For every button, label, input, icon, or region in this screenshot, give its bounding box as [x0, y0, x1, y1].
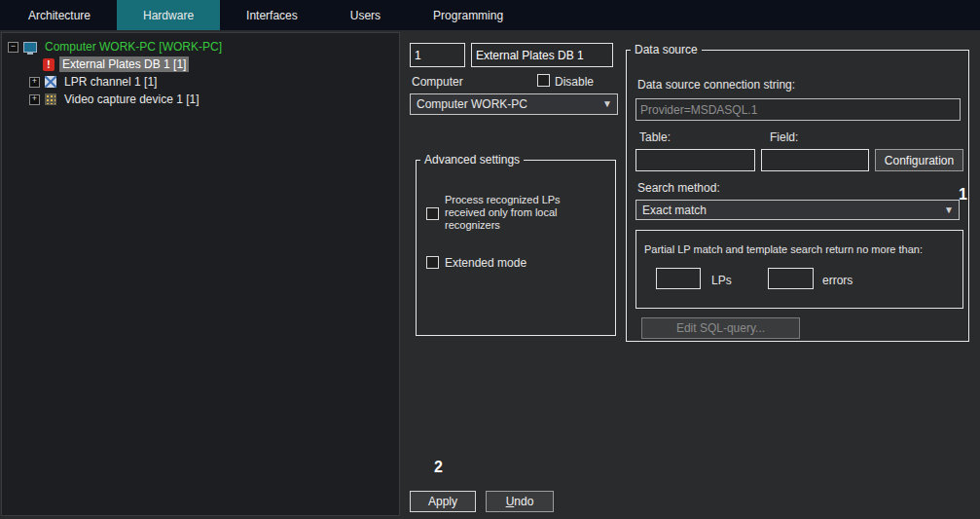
table-label: Table: [639, 130, 671, 144]
field-field[interactable] [761, 149, 869, 171]
tab-architecture[interactable]: Architecture [2, 0, 117, 30]
errors-label: errors [822, 274, 853, 287]
tree-item-video-capture[interactable]: + Video capture device 1 [1] [2, 91, 399, 108]
app-window: Architecture Hardware Interfaces Users P… [0, 0, 980, 519]
expand-toggle-icon[interactable]: + [29, 94, 40, 105]
connection-string-label: Data source connection string: [637, 78, 795, 92]
computer-icon [23, 42, 37, 53]
disable-label: Disable [555, 75, 594, 89]
expand-toggle-icon[interactable]: + [29, 77, 40, 88]
extended-mode-label: Extended mode [445, 256, 526, 270]
object-id-field[interactable] [410, 43, 465, 67]
apply-button[interactable]: Apply [410, 491, 476, 512]
data-source-group: Data source Data source connection strin… [626, 43, 969, 342]
collapse-toggle-icon[interactable]: − [8, 42, 18, 53]
limits-label: Partial LP match and template search ret… [644, 243, 923, 256]
tab-programming[interactable]: Programming [407, 0, 529, 30]
tree-item-label: Video capture device 1 [1] [61, 92, 202, 107]
field-label: Field: [770, 130, 798, 144]
tree-item-external-plates-db[interactable]: External Plates DB 1 [1] [2, 56, 399, 73]
lps-limit-field[interactable] [656, 268, 701, 289]
advanced-settings-title: Advanced settings [420, 153, 524, 167]
callout-step-2: 2 [434, 459, 443, 476]
undo-button-label: Undo [506, 495, 534, 508]
computer-select[interactable]: Computer WORK-PC ▼ [410, 93, 618, 115]
limits-box: Partial LP match and template search ret… [635, 230, 963, 309]
search-method-select[interactable]: Exact match ▼ [635, 200, 960, 220]
device-tree: − Computer WORK-PC [WORK-PC] External Pl… [1, 32, 400, 516]
chevron-down-icon: ▼ [602, 99, 612, 109]
lpr-channel-icon [45, 76, 56, 88]
alert-icon [43, 58, 54, 71]
tab-hardware[interactable]: Hardware [117, 0, 220, 30]
process-recognized-label: Process recognized LPs received only fro… [445, 194, 589, 232]
configuration-button[interactable]: Configuration [875, 149, 963, 171]
tab-bar: Architecture Hardware Interfaces Users P… [0, 0, 980, 30]
tree-item-computer[interactable]: − Computer WORK-PC [WORK-PC] [2, 38, 399, 56]
process-recognized-checkbox[interactable] [426, 207, 439, 220]
computer-label: Computer [412, 75, 463, 89]
table-field[interactable] [635, 149, 755, 171]
tree-item-lpr-channel[interactable]: + LPR channel 1 [1] [2, 73, 399, 91]
edit-sql-query-button[interactable]: Edit SQL-query... [641, 317, 800, 339]
object-name-field[interactable] [471, 43, 613, 67]
extended-mode-checkbox[interactable] [426, 256, 439, 269]
search-method-value: Exact match [642, 204, 707, 217]
connection-string-field[interactable] [635, 98, 961, 121]
settings-panel: Computer Disable Computer WORK-PC ▼ Adva… [406, 32, 980, 519]
errors-limit-field[interactable] [768, 268, 814, 289]
tree-item-label: LPR channel 1 [1] [61, 74, 160, 90]
undo-button[interactable]: Undo [486, 491, 554, 512]
tree-item-label-selected: External Plates DB 1 [1] [59, 56, 189, 72]
search-method-label: Search method: [637, 181, 720, 195]
disable-checkbox[interactable] [537, 74, 550, 87]
advanced-settings-group: Advanced settings Process recognized LPs… [416, 153, 616, 336]
tree-item-label: Computer WORK-PC [WORK-PC] [42, 39, 225, 55]
video-capture-icon [45, 93, 56, 105]
callout-step-1: 1 [959, 186, 967, 204]
computer-select-value: Computer WORK-PC [417, 97, 527, 111]
lps-label: LPs [711, 274, 732, 287]
tab-users[interactable]: Users [324, 0, 407, 30]
data-source-title: Data source [631, 43, 702, 56]
chevron-down-icon: ▼ [944, 205, 954, 215]
tab-interfaces[interactable]: Interfaces [220, 0, 324, 30]
